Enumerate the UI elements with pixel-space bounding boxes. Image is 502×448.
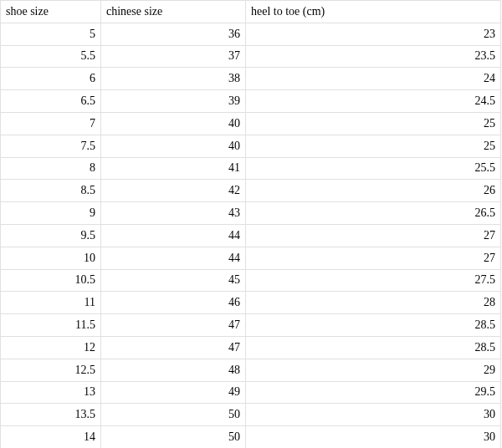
- table-cell: 28.5: [246, 336, 501, 359]
- table-cell: 29: [246, 359, 501, 381]
- header-heel-to-toe: heel to toe (cm): [246, 1, 501, 23]
- table-cell: 6.5: [1, 90, 101, 113]
- table-cell: 47: [101, 336, 246, 359]
- table-cell: 40: [101, 135, 246, 157]
- table-cell: 24: [246, 68, 501, 90]
- table-cell: 9: [1, 202, 101, 225]
- table-cell: 28: [246, 292, 501, 314]
- table-cell: 30: [246, 404, 501, 426]
- table-row: 11.54728.5: [1, 314, 501, 337]
- table-cell: 14: [1, 426, 101, 448]
- table-row: 7.54025: [1, 135, 501, 157]
- table-cell: 6: [1, 68, 101, 90]
- table-row: 8.54226: [1, 180, 501, 202]
- table-cell: 8: [1, 157, 101, 180]
- table-cell: 9.5: [1, 224, 101, 247]
- table-cell: 24.5: [246, 90, 501, 113]
- table-cell: 26: [246, 180, 501, 202]
- table-cell: 38: [101, 68, 246, 90]
- table-cell: 44: [101, 224, 246, 247]
- table-cell: 7.5: [1, 135, 101, 157]
- table-cell: 11.5: [1, 314, 101, 337]
- table-cell: 5: [1, 23, 101, 45]
- header-shoe-size: shoe size: [1, 1, 101, 23]
- table-row: 53623: [1, 23, 501, 45]
- table-cell: 26.5: [246, 202, 501, 225]
- table-cell: 46: [101, 292, 246, 314]
- table-cell: 11: [1, 292, 101, 314]
- table-cell: 27: [246, 224, 501, 247]
- table-row: 74025: [1, 112, 501, 135]
- table-cell: 13.5: [1, 404, 101, 426]
- table-cell: 36: [101, 23, 246, 45]
- table-cell: 39: [101, 90, 246, 113]
- table-cell: 37: [101, 45, 246, 68]
- table-cell: 50: [101, 426, 246, 448]
- table-cell: 50: [101, 404, 246, 426]
- table-cell: 40: [101, 112, 246, 135]
- table-row: 114628: [1, 292, 501, 314]
- table-cell: 47: [101, 314, 246, 337]
- table-cell: 25.5: [246, 157, 501, 180]
- table-cell: 44: [101, 247, 246, 269]
- table-cell: 25: [246, 112, 501, 135]
- table-cell: 5.5: [1, 45, 101, 68]
- header-row: shoe size chinese size heel to toe (cm): [1, 1, 501, 23]
- table-cell: 13: [1, 381, 101, 404]
- table-cell: 43: [101, 202, 246, 225]
- table-row: 9.54427: [1, 224, 501, 247]
- table-cell: 29.5: [246, 381, 501, 404]
- header-chinese-size: chinese size: [101, 1, 246, 23]
- table-row: 134929.5: [1, 381, 501, 404]
- table-cell: 7: [1, 112, 101, 135]
- table-cell: 30: [246, 426, 501, 448]
- table-row: 124728.5: [1, 336, 501, 359]
- table-row: 104427: [1, 247, 501, 269]
- table-cell: 27: [246, 247, 501, 269]
- table-row: 10.54527.5: [1, 269, 501, 292]
- table-cell: 28.5: [246, 314, 501, 337]
- table-row: 94326.5: [1, 202, 501, 225]
- table-cell: 10.5: [1, 269, 101, 292]
- shoe-size-table: shoe size chinese size heel to toe (cm) …: [0, 0, 501, 448]
- table-cell: 10: [1, 247, 101, 269]
- table-cell: 12.5: [1, 359, 101, 381]
- table-cell: 42: [101, 180, 246, 202]
- table-cell: 45: [101, 269, 246, 292]
- table-row: 13.55030: [1, 404, 501, 426]
- table-row: 63824: [1, 68, 501, 90]
- table-cell: 48: [101, 359, 246, 381]
- table-row: 12.54829: [1, 359, 501, 381]
- table-row: 84125.5: [1, 157, 501, 180]
- table-row: 6.53924.5: [1, 90, 501, 113]
- table-cell: 23: [246, 23, 501, 45]
- table-cell: 25: [246, 135, 501, 157]
- table-cell: 8.5: [1, 180, 101, 202]
- table-cell: 49: [101, 381, 246, 404]
- table-cell: 12: [1, 336, 101, 359]
- table-cell: 23.5: [246, 45, 501, 68]
- table-cell: 27.5: [246, 269, 501, 292]
- table-cell: 41: [101, 157, 246, 180]
- table-row: 5.53723.5: [1, 45, 501, 68]
- table-row: 145030: [1, 426, 501, 448]
